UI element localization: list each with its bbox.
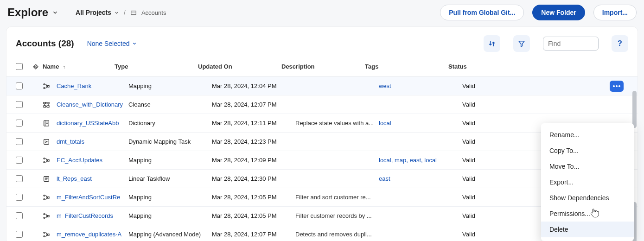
asset-type-icon (43, 194, 57, 201)
svg-rect-22 (48, 159, 49, 161)
svg-point-30 (44, 213, 45, 215)
row-checkbox[interactable] (16, 138, 23, 145)
asset-type-icon (43, 120, 57, 127)
chevron-down-icon (52, 9, 58, 16)
asset-type: Dictionary (128, 120, 212, 127)
help-button[interactable]: ? (612, 35, 628, 52)
col-status[interactable]: Status (448, 63, 513, 70)
import-button[interactable]: Import... (593, 5, 637, 20)
sort-icon (488, 40, 496, 47)
status: Valid (462, 194, 527, 201)
asset-type: Mapping (Advanced Mode) (128, 231, 212, 238)
svg-point-4 (44, 87, 45, 89)
svg-rect-32 (48, 215, 49, 216)
asset-type-icon (43, 212, 57, 220)
svg-rect-5 (48, 85, 49, 87)
find-input[interactable] (543, 37, 599, 51)
scrollbar-thumb[interactable] (632, 91, 637, 128)
asset-name-link[interactable]: m_remove_duplicates-A (57, 231, 128, 238)
menu-copy-to[interactable]: Copy To... (541, 143, 634, 159)
status: Valid (462, 101, 527, 108)
svg-point-21 (44, 161, 45, 163)
status: Valid (462, 231, 527, 238)
svg-point-20 (44, 158, 45, 159)
asset-name-link[interactable]: Cache_Rank (57, 82, 128, 89)
row-checkbox[interactable] (16, 194, 23, 201)
description: Detects and removes dupli... (295, 231, 379, 238)
tags-link[interactable]: local (379, 120, 462, 127)
col-updated[interactable]: Updated On (198, 63, 281, 70)
svg-point-34 (44, 235, 45, 237)
row-checkbox[interactable] (16, 231, 23, 238)
updated-on: Mar 28, 2024, 12:07 PM (212, 231, 295, 238)
asset-name-link[interactable]: dictionary_USStateAbb (57, 120, 128, 127)
breadcrumb-projects[interactable]: All Projects (76, 9, 119, 16)
tags-link[interactable]: west (379, 82, 462, 89)
row-checkbox[interactable] (16, 212, 23, 219)
none-selected-dropdown[interactable]: None Selected (87, 40, 137, 47)
menu-move-to[interactable]: Move To... (541, 159, 634, 174)
menu-export[interactable]: Export... (541, 174, 634, 190)
asset-name-link[interactable]: lt_Reps_east (57, 175, 128, 182)
filter-button[interactable] (513, 35, 530, 52)
col-description[interactable]: Description (281, 63, 365, 70)
tags-link[interactable]: local, map, east, local (379, 157, 462, 164)
git-column-icon (32, 63, 43, 70)
updated-on: Mar 28, 2024, 12:07 PM (212, 101, 295, 108)
asset-type: Mapping (128, 82, 212, 89)
asset-type: Dynamic Mapping Task (128, 138, 212, 145)
asset-name-link[interactable]: dmt_totals (57, 138, 128, 145)
asset-name-link[interactable]: EC_AcctUpdates (57, 157, 128, 164)
new-folder-button[interactable]: New Folder (532, 5, 585, 20)
col-type[interactable]: Type (115, 63, 198, 70)
asset-name-link[interactable]: Cleanse_with_Dictionary (57, 101, 128, 108)
updated-on: Mar 28, 2024, 12:09 PM (212, 157, 295, 164)
top-bar: Explore All Projects / Accounts Pull fro… (0, 0, 644, 27)
breadcrumb: All Projects / Accounts (76, 9, 166, 16)
row-checkbox[interactable] (16, 157, 23, 164)
menu-rename[interactable]: Rename... (541, 127, 634, 143)
svg-rect-7 (44, 106, 46, 107)
row-checkbox[interactable] (16, 82, 23, 89)
row-checkbox[interactable] (16, 120, 23, 127)
select-all-checkbox[interactable] (16, 63, 23, 70)
pull-from-git-button[interactable]: Pull from Global Git... (440, 5, 524, 20)
status: Valid (462, 157, 527, 164)
folder-icon (130, 9, 137, 16)
row-checkbox[interactable] (16, 175, 23, 182)
svg-point-27 (44, 195, 45, 196)
breadcrumb-separator: / (124, 9, 126, 16)
svg-rect-35 (48, 234, 49, 235)
row-checkbox[interactable] (16, 101, 23, 108)
chevron-down-icon (114, 10, 119, 15)
menu-delete[interactable]: Delete (541, 222, 634, 237)
table-header-row: Name↑ Type Updated On Description Tags S… (6, 57, 638, 77)
asset-type: Cleanse (128, 101, 212, 108)
row-actions-menu-button[interactable] (610, 81, 624, 92)
updated-on: Mar 28, 2024, 12:11 PM (212, 120, 295, 127)
asset-type: Mapping (128, 194, 212, 201)
updated-on: Mar 28, 2024, 12:23 PM (212, 138, 295, 145)
asset-name-link[interactable]: m_FilterAndSortCustRe (57, 194, 128, 201)
explore-heading[interactable]: Explore (7, 6, 58, 19)
asset-name-link[interactable]: m_FilterCustRecords (57, 212, 128, 219)
asset-type-icon (43, 175, 57, 183)
updated-on: Mar 28, 2024, 12:05 PM (212, 194, 295, 201)
status: Valid (462, 212, 527, 219)
chevron-down-icon (132, 41, 137, 46)
updated-on: Mar 28, 2024, 12:05 PM (212, 212, 295, 219)
filter-icon (518, 40, 525, 47)
tags-link[interactable]: east (379, 175, 462, 182)
svg-rect-29 (48, 197, 49, 198)
table-row[interactable]: Cleanse_with_Dictionary Cleanse Mar 28, … (6, 95, 638, 114)
svg-point-28 (44, 198, 45, 200)
sort-button[interactable] (484, 35, 500, 52)
sort-asc-icon: ↑ (63, 64, 65, 70)
col-tags[interactable]: Tags (365, 63, 448, 70)
col-name[interactable]: Name↑ (43, 63, 115, 70)
menu-permissions[interactable]: Permissions... (541, 206, 634, 222)
table-row[interactable]: Cache_Rank Mapping Mar 28, 2024, 12:04 P… (6, 77, 638, 95)
description: Filter customer records by ... (295, 212, 379, 219)
projects-label: All Projects (76, 9, 111, 16)
menu-show-dependencies[interactable]: Show Dependencies (541, 190, 634, 206)
